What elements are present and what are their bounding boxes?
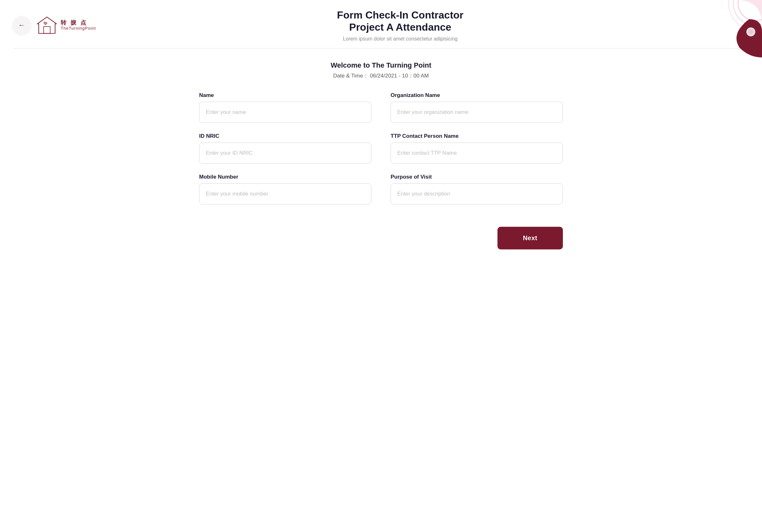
datetime-value: 06/24/2021 - 10：00 AM xyxy=(370,73,428,79)
input-mobile[interactable] xyxy=(199,183,371,204)
datetime-label: Date & Time： xyxy=(333,73,369,79)
input-ttp-contact[interactable] xyxy=(391,143,563,164)
svg-text:tp: tp xyxy=(44,21,47,26)
form-footer: Next xyxy=(174,217,588,262)
form-title: Form Check-In Contractor Project A Atten… xyxy=(96,9,705,33)
logo-english: TheTurningPoint xyxy=(61,26,96,31)
back-button[interactable]: ← xyxy=(13,16,31,34)
field-mobile: Mobile Number xyxy=(199,174,371,204)
form-container: Name Organization Name ID NRIC TTP Conta… xyxy=(174,89,588,217)
field-organization: Organization Name xyxy=(391,92,563,123)
label-organization: Organization Name xyxy=(391,92,563,99)
header: ← tp 转 捩 点 TheTurningPoint Form Check-In… xyxy=(0,0,762,48)
input-purpose[interactable] xyxy=(391,183,563,204)
input-organization[interactable] xyxy=(391,102,563,123)
field-name: Name xyxy=(199,92,371,123)
form-subtitle: Lorem ipsum dolor sit amet consectetur a… xyxy=(96,36,705,42)
logo: tp 转 捩 点 TheTurningPoint xyxy=(36,16,96,35)
field-ttp-contact: TTP Contact Person Name xyxy=(391,133,563,164)
label-id-nric: ID NRIC xyxy=(199,133,371,139)
welcome-title: Welcome to The Turning Point xyxy=(0,61,762,70)
welcome-datetime: Date & Time： 06/24/2021 - 10：00 AM xyxy=(0,72,762,79)
form-grid: Name Organization Name ID NRIC TTP Conta… xyxy=(199,92,563,204)
label-ttp-contact: TTP Contact Person Name xyxy=(391,133,563,139)
field-purpose: Purpose of Visit xyxy=(391,174,563,204)
next-button[interactable]: Next xyxy=(497,227,563,249)
field-id-nric: ID NRIC xyxy=(199,133,371,164)
label-purpose: Purpose of Visit xyxy=(391,174,563,180)
label-mobile: Mobile Number xyxy=(199,174,371,180)
label-name: Name xyxy=(199,92,371,99)
input-name[interactable] xyxy=(199,102,371,123)
logo-chinese: 转 捩 点 xyxy=(61,20,96,26)
logo-text: 转 捩 点 TheTurningPoint xyxy=(61,20,96,31)
logo-icon: tp xyxy=(36,16,58,35)
welcome-section: Welcome to The Turning Point Date & Time… xyxy=(0,48,762,89)
back-arrow-icon: ← xyxy=(18,21,25,29)
header-center: Form Check-In Contractor Project A Atten… xyxy=(96,9,705,42)
header-left: ← tp 转 捩 点 TheTurningPoint xyxy=(13,16,96,35)
svg-rect-6 xyxy=(44,27,50,33)
input-id-nric[interactable] xyxy=(199,143,371,164)
